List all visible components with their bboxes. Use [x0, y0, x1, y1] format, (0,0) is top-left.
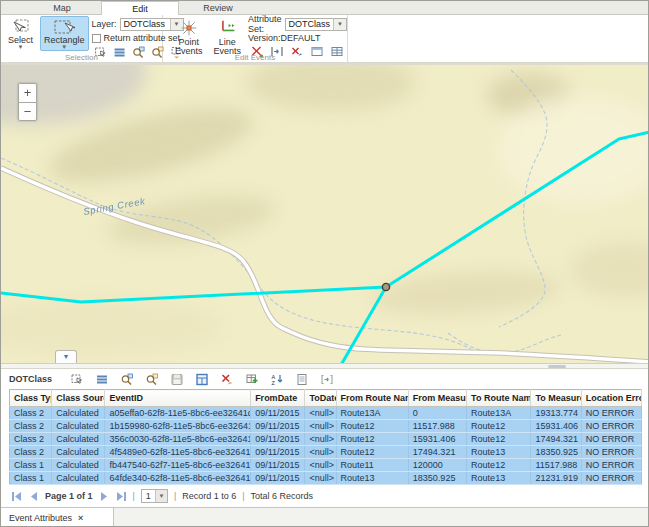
table-cell[interactable]: Calculated — [52, 472, 105, 485]
table-cell[interactable]: Route12 — [467, 420, 531, 433]
table-cell[interactable]: Route12 — [336, 446, 408, 459]
table-cell[interactable]: NO ERROR — [581, 407, 641, 420]
table-cell[interactable]: NO ERROR — [581, 472, 641, 485]
table-cell[interactable]: Calculated — [52, 433, 105, 446]
list-icon[interactable] — [95, 373, 109, 386]
table-cell[interactable]: 11517.988 — [408, 420, 466, 433]
column-header[interactable]: From Measure — [408, 390, 466, 407]
highlight-selected-icon[interactable] — [195, 373, 209, 386]
last-page-icon[interactable] — [116, 491, 127, 502]
tab-edit[interactable]: Edit — [101, 1, 179, 15]
table-cell[interactable]: Route13A — [467, 407, 531, 420]
page-number-select[interactable]: 1 ▼ — [141, 489, 168, 503]
close-icon[interactable]: × — [78, 513, 83, 523]
table-cell[interactable]: Class 2 — [10, 420, 52, 433]
table-cell[interactable]: 09/11/2015 — [251, 420, 305, 433]
table-cell[interactable]: 15931.406 — [408, 433, 466, 446]
save-icon[interactable] — [170, 373, 184, 386]
table-cell[interactable]: 18350.925 — [531, 446, 581, 459]
tab-review[interactable]: Review — [179, 1, 257, 14]
table-cell[interactable]: Route11 — [336, 459, 408, 472]
table-cell[interactable]: 1b159980-62f8-11e5-8bc6-ee32641d5ec9 — [105, 420, 251, 433]
table-cell[interactable]: <null> — [305, 459, 336, 472]
table-cell[interactable]: Class 2 — [10, 433, 52, 446]
table-cell[interactable]: 18350.925 — [408, 472, 466, 485]
table-cell[interactable]: Calculated — [52, 407, 105, 420]
table-cell[interactable]: 11517.988 — [531, 459, 581, 472]
next-page-icon[interactable] — [99, 491, 110, 502]
column-header[interactable]: Location Error — [581, 390, 641, 407]
table-cell[interactable]: Class 2 — [10, 446, 52, 459]
table-cell[interactable]: 4f5489e0-62f8-11e5-8bc6-ee32641d5ec9 — [105, 446, 251, 459]
table-cell[interactable]: Calculated — [52, 420, 105, 433]
table-row[interactable]: Class 2Calculateda05effa0-62f8-11e5-8bc6… — [10, 407, 642, 420]
column-header[interactable]: From Route Name — [336, 390, 408, 407]
table-cell[interactable]: <null> — [305, 433, 336, 446]
return-attribute-set-checkbox[interactable] — [92, 34, 101, 43]
route-junction-marker[interactable] — [382, 283, 389, 290]
column-header[interactable]: Class Source — [52, 390, 105, 407]
tab-map[interactable]: Map — [23, 1, 101, 14]
table-cell[interactable]: 19313.774 — [531, 407, 581, 420]
table-cell[interactable]: Route12 — [467, 433, 531, 446]
table-cell[interactable]: NO ERROR — [581, 459, 641, 472]
table-cell[interactable]: Calculated — [52, 446, 105, 459]
table-cell[interactable]: Class 1 — [10, 472, 52, 485]
table-cell[interactable]: 09/11/2015 — [251, 459, 305, 472]
table-cell[interactable]: Route12 — [336, 433, 408, 446]
table-cell[interactable]: 120000 — [408, 459, 466, 472]
table-cell[interactable]: 356c0030-62f8-11e5-8bc6-ee32641d5ec9 — [105, 433, 251, 446]
table-cell[interactable]: <null> — [305, 420, 336, 433]
table-row[interactable]: Class 1Calculatedfb447540-62f7-11e5-8bc6… — [10, 459, 642, 472]
column-header[interactable]: FromDate — [251, 390, 305, 407]
first-page-icon[interactable] — [11, 491, 22, 502]
attribute-set-dropdown[interactable]: DOTClass ▼ — [285, 18, 348, 31]
table-cell[interactable]: 09/11/2015 — [251, 472, 305, 485]
measure-extent-icon[interactable] — [320, 373, 334, 386]
table-cell[interactable]: 09/11/2015 — [251, 433, 305, 446]
previous-page-icon[interactable] — [28, 491, 39, 502]
table-cell[interactable]: fb447540-62f7-11e5-8bc6-ee32641d5ec9 — [105, 459, 251, 472]
column-header[interactable]: Class Type — [10, 390, 52, 407]
table-cell[interactable]: 17494.321 — [408, 446, 466, 459]
rectangle-select-button[interactable]: Rectangle ▼ — [40, 16, 89, 51]
column-header[interactable]: ToDate — [305, 390, 336, 407]
dropdown-arrow-icon[interactable]: ▼ — [155, 490, 167, 502]
dropdown-arrow-icon[interactable]: ▼ — [333, 19, 346, 30]
table-cell[interactable]: 15931.406 — [531, 420, 581, 433]
table-cell[interactable]: <null> — [305, 472, 336, 485]
table-cell[interactable]: 64fde340-62f8-11e5-8bc6-ee32641d5ec9 — [105, 472, 251, 485]
table-cell[interactable]: Route12 — [467, 459, 531, 472]
table-row[interactable]: Class 2Calculated4f5489e0-62f8-11e5-8bc6… — [10, 446, 642, 459]
table-cell[interactable]: NO ERROR — [581, 446, 641, 459]
table-cell[interactable]: NO ERROR — [581, 420, 641, 433]
panel-collapse-button[interactable]: ▼ — [55, 350, 77, 363]
table-cell[interactable]: Route13 — [467, 472, 531, 485]
point-events-button[interactable]: Point Events — [171, 16, 207, 58]
table-cell[interactable]: Calculated — [52, 459, 105, 472]
column-header[interactable]: To Route Name — [467, 390, 531, 407]
table-cell[interactable]: Route12 — [336, 420, 408, 433]
table-row[interactable]: Class 1Calculated64fde340-62f8-11e5-8bc6… — [10, 472, 642, 485]
table-cell[interactable]: 21231.919 — [531, 472, 581, 485]
table-cell[interactable]: <null> — [305, 407, 336, 420]
remove-selection-icon[interactable] — [220, 373, 234, 386]
pan-to-selected-icon[interactable] — [145, 373, 159, 386]
attribute-form-icon[interactable] — [295, 373, 309, 386]
select-features-icon[interactable] — [70, 373, 84, 386]
table-cell[interactable]: 0 — [408, 407, 466, 420]
table-cell[interactable]: Route13A — [336, 407, 408, 420]
select-button[interactable]: Select ▼ — [4, 16, 37, 51]
panel-splitter[interactable] — [1, 363, 648, 369]
column-header[interactable]: To Measure — [531, 390, 581, 407]
append-records-icon[interactable] — [245, 373, 259, 386]
zoom-to-selected-icon[interactable] — [120, 373, 134, 386]
table-cell[interactable]: <null> — [305, 446, 336, 459]
line-events-button[interactable]: Line Events — [210, 16, 246, 58]
table-cell[interactable]: Class 1 — [10, 459, 52, 472]
table-row[interactable]: Class 2Calculated356c0030-62f8-11e5-8bc6… — [10, 433, 642, 446]
sort-icon[interactable]: AZ — [270, 373, 284, 386]
tab-event-attributes[interactable]: Event Attributes × — [1, 508, 114, 527]
table-cell[interactable]: NO ERROR — [581, 433, 641, 446]
zoom-out-button[interactable]: − — [18, 102, 37, 121]
